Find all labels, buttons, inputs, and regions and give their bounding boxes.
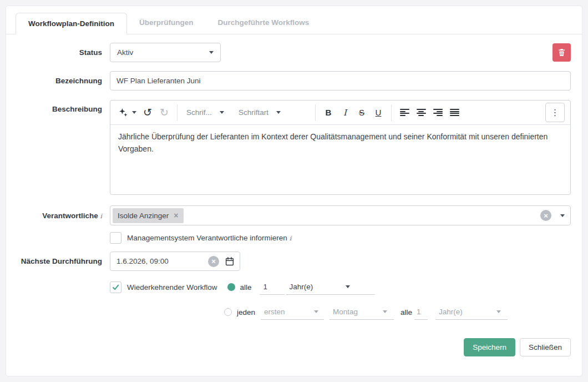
chevron-down-icon [209,51,214,54]
chevron-down-icon[interactable] [560,214,565,217]
status-select[interactable]: Aktiv [110,43,221,62]
radio-jeden-label: jeden [237,308,255,316]
inform-label-text: Managementsystem Verantwortliche informi… [127,234,287,242]
ordinal-select[interactable]: ersten [261,304,324,320]
font-size-value: Schrif... [186,108,212,117]
chevron-down-icon [496,310,501,313]
font-size-select[interactable]: Schrif... [182,104,234,122]
align-center-icon [417,109,426,116]
tab-durchgefuehrte-workflows[interactable]: Durchgeführte Workflows [206,12,322,34]
align-right-icon [433,109,443,116]
underline-button[interactable]: U [370,104,387,122]
verantwortliche-label-text: Verantwortliche [42,212,98,220]
status-label: Status [17,48,110,57]
toolbar-more-button[interactable]: ⋮ [545,103,565,122]
datetime-picker[interactable]: 1.6.2026, 09:00 × [110,252,240,271]
recurrence-row-jeden: jeden ersten Montag alle Jahr(e) [224,304,571,320]
ai-sparkle-button[interactable] [116,104,139,122]
jeden-unit-select-value: Jahr(e) [439,308,463,316]
jeden-unit-select[interactable]: Jahr(e) [435,304,508,320]
unit-select[interactable]: Jahr(e) [286,279,375,295]
recurrence-row-alle: Wiederkehrender Workflow alle Jahr(e) [110,279,571,295]
tab-bar: Workflowplan-Definition Überprüfungen Du… [6,13,582,34]
inform-checkbox-label: Managementsystem Verantwortliche informi… [127,234,291,242]
align-right-button[interactable] [429,104,446,122]
beschreibung-text: Jährliche Überprüfung der Lieferanten im… [118,131,562,155]
chevron-down-icon [383,310,387,313]
tab-workflowplan-definition[interactable]: Workflowplan-Definition [16,13,127,34]
bold-button[interactable]: B [320,104,337,122]
dialog-footer: Speichern Schließen [17,338,571,356]
calendar-icon[interactable] [225,257,235,267]
status-select-value: Aktiv [117,48,133,57]
strikethrough-button[interactable]: S [353,104,370,122]
responsible-tag-label: Isolde Anzinger [118,212,169,220]
bezeichnung-input[interactable] [110,71,571,91]
toolbar-divider [315,104,316,121]
editor-toolbar: ↺ ↻ Schrif... Schriftart B I S U [110,100,570,125]
info-icon: i [100,213,102,220]
align-justify-icon [450,109,459,116]
jeden-alle-label: alle [401,308,412,316]
beschreibung-editor-body[interactable]: Jährliche Überprüfung der Lieferanten im… [110,125,570,194]
align-left-button[interactable] [396,104,413,122]
chevron-down-icon [220,111,224,114]
naechste-durchfuehrung-row: Nächste Durchführung 1.6.2026, 09:00 × [17,252,571,271]
verantwortliche-multiselect[interactable]: Isolde Anzinger × × [110,205,571,225]
bezeichnung-row: Bezeichnung [17,71,571,91]
redo-button[interactable]: ↻ [156,104,173,122]
form-content: Status Aktiv Bezeichnung Beschreibung [6,43,582,356]
radio-alle-label: alle [240,283,252,291]
undo-button[interactable]: ↺ [139,104,156,122]
clear-icon[interactable]: × [208,256,219,267]
naechste-durchfuehrung-label: Nächste Durchführung [17,257,110,265]
verantwortliche-row: Verantwortliche i Isolde Anzinger × × [17,205,571,225]
wiederkehrend-checkbox[interactable] [110,282,121,293]
chevron-down-icon [132,111,136,114]
tab-ueberpruefungen[interactable]: Überprüfungen [127,12,206,34]
sparkle-icon [119,108,128,117]
toolbar-divider [391,104,392,121]
chevron-down-icon [346,285,350,288]
align-justify-button[interactable] [446,104,463,122]
wiederkehrend-label: Wiederkehrender Workflow [127,283,217,291]
unit-select-value: Jahr(e) [290,283,313,291]
bezeichnung-label: Bezeichnung [17,77,110,85]
chevron-down-icon [314,310,318,313]
trash-icon [557,48,566,57]
status-row: Status Aktiv [17,43,571,62]
delete-button[interactable] [552,43,571,62]
align-left-icon [400,109,409,116]
verantwortliche-label: Verantwortliche i [17,212,110,220]
beschreibung-row: Beschreibung ↺ ↻ Schrif... [17,100,571,195]
jeden-interval-input[interactable] [414,304,428,320]
toolbar-divider [177,104,178,121]
radio-alle[interactable] [227,283,235,291]
inform-row: Managementsystem Verantwortliche informi… [110,232,571,244]
richtext-editor: ↺ ↻ Schrif... Schriftart B I S U [110,100,571,195]
inform-checkbox[interactable] [110,232,121,244]
align-center-button[interactable] [413,104,429,122]
font-family-value: Schriftart [239,108,268,117]
radio-jeden[interactable] [224,308,232,316]
interval-input[interactable] [260,279,285,295]
workflowplan-dialog: Workflowplan-Definition Überprüfungen Du… [6,6,582,376]
close-button[interactable]: Schließen [520,338,571,356]
tag-remove-icon[interactable]: × [174,211,178,220]
weekday-select[interactable]: Montag [330,304,394,320]
save-button[interactable]: Speichern [464,338,515,356]
italic-button[interactable]: I [337,104,353,122]
info-icon: i [290,235,292,242]
check-icon [112,284,119,291]
responsible-tag: Isolde Anzinger × [113,208,184,223]
beschreibung-label: Beschreibung [17,100,110,113]
chevron-down-icon [276,111,281,114]
font-family-select[interactable]: Schriftart [234,104,311,122]
datetime-value: 1.6.2026, 09:00 [116,257,208,265]
weekday-select-value: Montag [333,308,358,316]
clear-icon[interactable]: × [540,210,551,221]
ordinal-select-value: ersten [264,308,285,316]
